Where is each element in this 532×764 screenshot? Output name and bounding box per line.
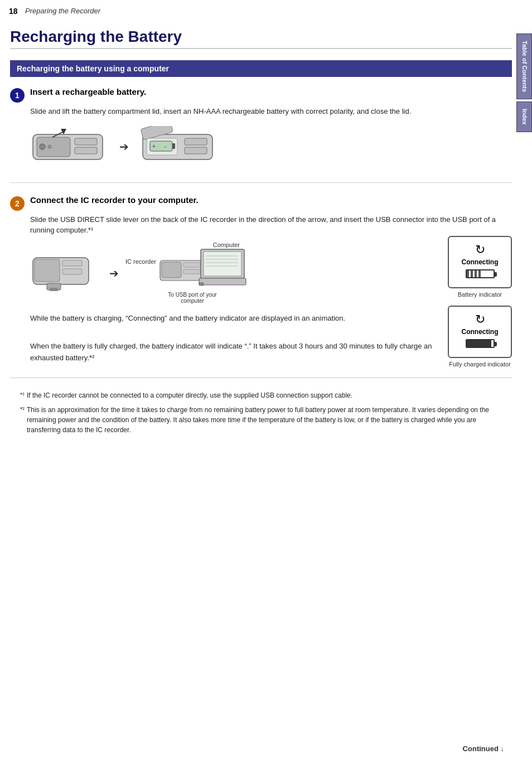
step-1-header: 1 Insert a rechargeable battery. <box>10 87 512 103</box>
indicator-box-1: ↻ Connecting <box>448 236 512 288</box>
main-title: Recharging the Battery <box>10 28 512 49</box>
connecting-icon-2: ↻ <box>454 312 505 327</box>
indicators-column: ↻ Connecting Battery indicator <box>448 236 512 368</box>
computer-diagram: IC recorder Computer <box>125 243 248 304</box>
connecting-label-1: Connecting <box>454 258 505 266</box>
indicator-2: ↻ Connecting Fully charged indicator <box>448 306 512 368</box>
step-2-arrow: ➔ <box>109 267 119 280</box>
indicator-caption-1: Battery indicator <box>448 291 512 298</box>
svg-rect-34 <box>199 283 204 286</box>
step-1-arrow: ➔ <box>119 140 129 153</box>
connection-diagram: ➔ IC recorder Computer <box>30 243 437 304</box>
footnote-2: *² This is an approximation for the time… <box>20 405 512 435</box>
svg-rect-15 <box>185 147 207 154</box>
svg-rect-28 <box>204 252 241 276</box>
connecting-icon-1: ↻ <box>454 243 505 257</box>
footnotes: *¹ If the IC recorder cannot be connecte… <box>20 390 512 435</box>
svg-text:-: - <box>165 143 166 149</box>
step-2-left: ➔ IC recorder Computer <box>30 236 437 364</box>
page-subtitle: Preparing the Recorder <box>25 7 100 15</box>
footnote-1: *¹ If the IC recorder cannot be connecte… <box>20 390 512 400</box>
svg-point-4 <box>40 144 45 149</box>
step-2-title: Connect the IC recorder to your computer… <box>30 195 199 205</box>
battery-bar-2 <box>466 339 495 348</box>
footnote-1-star: *¹ <box>20 390 25 400</box>
tab-index[interactable]: Index <box>516 101 532 132</box>
recorder-open-image: + - <box>140 126 218 168</box>
step-2-body: Slide the USB DIRECT slide lever on the … <box>30 214 512 236</box>
section-header: Recharging the battery using a computer <box>10 60 512 77</box>
footnote-1-text: If the IC recorder cannot be connected t… <box>27 390 512 400</box>
indicator-1: ↻ Connecting Battery indicator <box>448 236 512 298</box>
battery-fill-2 <box>467 340 491 347</box>
step-1-container: 1 Insert a rechargeable battery. Slide a… <box>10 87 512 183</box>
battery-terminal-1 <box>495 272 497 277</box>
battery-bar-1 <box>466 269 495 278</box>
step-1-title: Insert a rechargeable battery. <box>30 87 146 96</box>
footnote-2-star: *² <box>20 405 25 435</box>
svg-rect-18 <box>62 260 82 266</box>
step-1-body: Slide and lift the battery compartment l… <box>30 106 512 117</box>
recorder-usb-image <box>30 251 103 296</box>
ic-recorder-label: IC recorder <box>125 258 156 265</box>
main-content: Recharging the Battery Recharging the ba… <box>10 0 512 435</box>
svg-rect-19 <box>62 269 82 274</box>
continued-label: Continued ↓ <box>463 744 504 753</box>
footnote-2-text: This is an approximation for the time it… <box>27 405 512 435</box>
svg-rect-33 <box>199 278 246 285</box>
svg-rect-21 <box>50 288 58 291</box>
charging-full-text: When the battery is fully charged, the b… <box>30 341 437 364</box>
svg-rect-17 <box>35 259 60 282</box>
charging-animation-text: While the battery is charging, “Connecti… <box>30 313 437 325</box>
right-tabs: Table of Contents Index <box>516 33 532 132</box>
page-number: 18 <box>9 7 18 16</box>
usb-port-label: To USB port of your computer <box>165 292 220 304</box>
svg-rect-23 <box>162 262 181 278</box>
step-2-content: ➔ IC recorder Computer <box>30 236 512 368</box>
step-2-number: 2 <box>10 196 25 211</box>
recorder-closed-image <box>30 126 108 168</box>
svg-point-5 <box>48 145 51 148</box>
laptop-image <box>198 248 248 293</box>
continued-text: Continued <box>463 744 499 753</box>
indicator-caption-2: Fully charged indicator <box>448 361 512 368</box>
svg-rect-2 <box>75 138 97 145</box>
step-2-layout: ➔ IC recorder Computer <box>30 236 512 368</box>
battery-terminal-2 <box>495 342 497 346</box>
step-2-header: 2 Connect the IC recorder to your comput… <box>10 195 512 211</box>
battery-fill-1 <box>467 270 481 277</box>
step-1-number: 1 <box>10 88 25 103</box>
connecting-label-2: Connecting <box>454 328 505 336</box>
step-2-container: 2 Connect the IC recorder to your comput… <box>10 195 512 378</box>
svg-rect-14 <box>185 138 207 145</box>
computer-label: Computer <box>213 241 240 248</box>
svg-rect-11 <box>172 143 175 149</box>
tab-toc[interactable]: Table of Contents <box>516 33 532 99</box>
svg-rect-3 <box>75 147 97 154</box>
indicator-box-2: ↻ Connecting <box>448 306 512 358</box>
step-1-images: ➔ + - <box>30 126 512 168</box>
page-container: 18 Preparing the Recorder Table of Conte… <box>0 0 532 764</box>
svg-text:+: + <box>152 143 156 149</box>
